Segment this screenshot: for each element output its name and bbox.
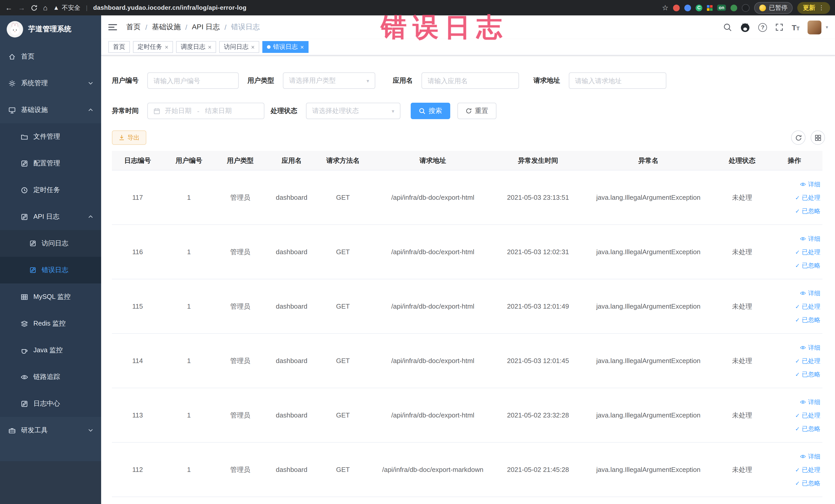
sidebar-collapse-icon[interactable] [108,24,117,30]
cell-exception-name: java.lang.IllegalArgumentException [579,170,718,225]
mark-ignored-link[interactable]: ✓ 已忽略 [769,367,820,381]
tab-access-log[interactable]: 访问日志 × [219,41,259,53]
search-button[interactable]: 搜索 [411,103,450,119]
mark-processed-link[interactable]: ✓ 已处理 [769,245,820,259]
sidebar-item-file-management[interactable]: 文件管理 [0,123,101,150]
sidebar-item-system[interactable]: 系统管理 [0,70,101,97]
profile-paused-badge[interactable]: 已暂停 [754,2,793,14]
mark-processed-link[interactable]: ✓ 已处理 [769,300,820,313]
close-icon[interactable]: × [300,44,304,50]
mark-ignored-link[interactable]: ✓ 已忽略 [769,259,820,272]
font-size-icon[interactable]: TT [792,23,799,32]
date-range-picker[interactable]: 开始日期 - 结束日期 [147,103,264,119]
extension-icon[interactable] [707,5,713,11]
sidebar-item-api-log[interactable]: API 日志 [0,203,101,230]
tab-label: 访问日志 [224,43,248,52]
close-icon[interactable]: × [208,44,211,50]
mark-processed-link[interactable]: ✓ 已处理 [769,408,820,422]
cell-user-id: 1 [163,279,215,334]
refresh-icon[interactable] [791,130,806,145]
tab-home[interactable]: 首页 [108,41,130,53]
user-type-select[interactable]: 请选择用户类型 ▾ [283,73,375,89]
extension-on-badge[interactable]: on [717,5,726,11]
security-indicator[interactable]: ▲ 不安全 [53,3,80,12]
column-settings-icon[interactable] [811,130,825,145]
detail-link-label: 详细 [808,395,820,408]
sidebar-item-log-center[interactable]: 日志中心 [0,390,101,417]
sidebar-item-dev-tools[interactable]: 研发工具 [0,417,101,444]
cell-operations: 详细 ✓ 已处理 ✓ 已忽略 [767,442,822,497]
forward-icon[interactable]: → [18,4,25,11]
tab-schedule-log[interactable]: 调度日志 × [176,41,216,53]
user-id-input[interactable] [147,73,239,89]
mark-ignored-link[interactable]: ✓ 已忽略 [769,422,820,435]
col-header: 请求地址 [369,151,497,170]
reload-icon[interactable] [31,4,38,11]
extension-icon[interactable] [742,4,750,12]
process-status-select[interactable]: 请选择处理状态 ▾ [306,103,401,119]
extension-icon[interactable] [731,4,737,11]
cell-user-id: 1 [163,388,215,442]
help-icon[interactable]: ? [758,23,767,32]
sidebar-item-error-log[interactable]: 错误日志 [0,257,101,283]
sidebar-item-home[interactable]: 首页 [0,43,101,70]
sidebar-item-infrastructure[interactable]: 基础设施 [0,97,101,123]
back-icon[interactable]: ← [5,4,12,11]
sidebar-item-access-log[interactable]: 访问日志 [0,230,101,257]
app-name-input[interactable] [422,73,519,89]
mark-processed-link[interactable]: ✓ 已处理 [769,354,820,367]
detail-link[interactable]: 详细 [769,449,820,463]
detail-link[interactable]: 详细 [769,395,820,408]
breadcrumb-item[interactable]: 基础设施 [152,23,181,32]
mark-processed-link[interactable]: ✓ 已处理 [769,463,820,476]
tab-scheduled-tasks[interactable]: 定时任务 × [133,41,173,53]
page-header: 首页 / 基础设施 / API 日志 / 错误日志 ? TT ▾ [101,15,835,39]
bookmark-star-icon[interactable]: ☆ [662,4,668,11]
request-url-input[interactable] [569,73,666,89]
check-icon: ✓ [795,476,800,490]
user-avatar[interactable] [808,20,822,34]
fullscreen-icon[interactable] [775,23,783,31]
mark-ignored-link[interactable]: ✓ 已忽略 [769,204,820,218]
cell-operations: 详细 ✓ 已处理 ✓ 已忽略 [767,279,822,334]
sidebar-item-link-tracing[interactable]: 链路追踪 [0,364,101,390]
sidebar-item-mysql-monitor[interactable]: MySQL 监控 [0,283,101,310]
close-icon[interactable]: × [165,44,168,50]
detail-link-label: 详细 [808,177,820,191]
detail-link-label: 详细 [808,449,820,463]
logo-row[interactable]: 芋道管理系统 [0,15,101,43]
chevron-down-icon [88,82,93,85]
detail-link[interactable]: 详细 [769,341,820,354]
cell-method: GET [317,170,369,225]
user-id-label: 用户编号 [112,76,139,85]
breadcrumb-item[interactable]: API 日志 [192,23,220,32]
search-icon[interactable] [724,23,732,32]
github-icon[interactable] [740,22,750,32]
address-bar[interactable]: dashboard.yudao.iocoder.cn/infra/log/api… [93,4,246,11]
mark-processed-link[interactable]: ✓ 已处理 [769,191,820,204]
warning-icon: ▲ [53,4,59,11]
reset-button[interactable]: 重置 [457,103,496,119]
mark-ignored-link[interactable]: ✓ 已忽略 [769,313,820,326]
mark-ignored-link[interactable]: ✓ 已忽略 [769,476,820,490]
extension-icon[interactable]: C [696,4,702,11]
chevron-up-icon [88,215,93,218]
table-row: 115 1 管理员 dashboard GET /api/infra/db-do… [112,279,822,334]
close-icon[interactable]: × [251,44,254,50]
extension-icon[interactable] [673,4,680,11]
detail-link[interactable]: 详细 [769,286,820,300]
edit-square-icon [21,159,28,167]
tab-error-log[interactable]: 错误日志 × [262,41,308,53]
sidebar-item-java-monitor[interactable]: Java 监控 [0,337,101,364]
detail-link[interactable]: 详细 [769,232,820,245]
breadcrumb-item[interactable]: 首页 [126,23,141,32]
browser-update-button[interactable]: 更新 ⋮ [797,2,830,14]
chevron-down-icon[interactable]: ▾ [826,25,828,30]
sidebar-item-config-management[interactable]: 配置管理 [0,150,101,177]
sidebar-item-redis-monitor[interactable]: Redis 监控 [0,310,101,337]
sidebar-item-scheduled-tasks[interactable]: 定时任务 [0,177,101,203]
detail-link[interactable]: 详细 [769,177,820,191]
extension-icon[interactable] [684,4,691,11]
export-button[interactable]: 导出 [112,130,146,145]
home-icon[interactable]: ⌂ [43,4,47,11]
